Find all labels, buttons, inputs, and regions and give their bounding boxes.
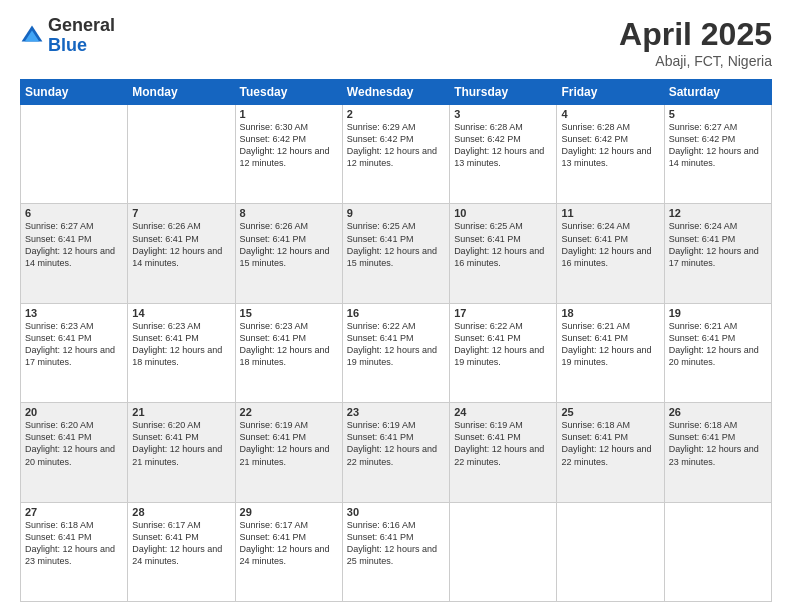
calendar-cell-w4-d7: 26Sunrise: 6:18 AM Sunset: 6:41 PM Dayli… (664, 403, 771, 502)
calendar-cell-w2-d2: 7Sunrise: 6:26 AM Sunset: 6:41 PM Daylig… (128, 204, 235, 303)
day-number: 21 (132, 406, 230, 418)
day-info: Sunrise: 6:26 AM Sunset: 6:41 PM Dayligh… (132, 220, 230, 269)
day-info: Sunrise: 6:16 AM Sunset: 6:41 PM Dayligh… (347, 519, 445, 568)
week-row-3: 13Sunrise: 6:23 AM Sunset: 6:41 PM Dayli… (21, 303, 772, 402)
calendar-cell-w1-d4: 2Sunrise: 6:29 AM Sunset: 6:42 PM Daylig… (342, 105, 449, 204)
calendar-cell-w4-d1: 20Sunrise: 6:20 AM Sunset: 6:41 PM Dayli… (21, 403, 128, 502)
calendar-cell-w4-d4: 23Sunrise: 6:19 AM Sunset: 6:41 PM Dayli… (342, 403, 449, 502)
calendar-cell-w3-d7: 19Sunrise: 6:21 AM Sunset: 6:41 PM Dayli… (664, 303, 771, 402)
calendar-cell-w2-d6: 11Sunrise: 6:24 AM Sunset: 6:41 PM Dayli… (557, 204, 664, 303)
col-wednesday: Wednesday (342, 80, 449, 105)
day-info: Sunrise: 6:24 AM Sunset: 6:41 PM Dayligh… (561, 220, 659, 269)
day-number: 4 (561, 108, 659, 120)
day-number: 30 (347, 506, 445, 518)
day-info: Sunrise: 6:22 AM Sunset: 6:41 PM Dayligh… (347, 320, 445, 369)
day-number: 20 (25, 406, 123, 418)
day-info: Sunrise: 6:27 AM Sunset: 6:42 PM Dayligh… (669, 121, 767, 170)
calendar-cell-w1-d7: 5Sunrise: 6:27 AM Sunset: 6:42 PM Daylig… (664, 105, 771, 204)
day-info: Sunrise: 6:18 AM Sunset: 6:41 PM Dayligh… (669, 419, 767, 468)
day-info: Sunrise: 6:21 AM Sunset: 6:41 PM Dayligh… (561, 320, 659, 369)
day-number: 1 (240, 108, 338, 120)
location: Abaji, FCT, Nigeria (619, 53, 772, 69)
day-info: Sunrise: 6:19 AM Sunset: 6:41 PM Dayligh… (454, 419, 552, 468)
day-info: Sunrise: 6:20 AM Sunset: 6:41 PM Dayligh… (132, 419, 230, 468)
day-info: Sunrise: 6:30 AM Sunset: 6:42 PM Dayligh… (240, 121, 338, 170)
col-tuesday: Tuesday (235, 80, 342, 105)
calendar-cell-w5-d3: 29Sunrise: 6:17 AM Sunset: 6:41 PM Dayli… (235, 502, 342, 601)
day-number: 23 (347, 406, 445, 418)
week-row-5: 27Sunrise: 6:18 AM Sunset: 6:41 PM Dayli… (21, 502, 772, 601)
day-number: 19 (669, 307, 767, 319)
day-info: Sunrise: 6:23 AM Sunset: 6:41 PM Dayligh… (240, 320, 338, 369)
day-info: Sunrise: 6:18 AM Sunset: 6:41 PM Dayligh… (561, 419, 659, 468)
day-info: Sunrise: 6:17 AM Sunset: 6:41 PM Dayligh… (240, 519, 338, 568)
day-info: Sunrise: 6:24 AM Sunset: 6:41 PM Dayligh… (669, 220, 767, 269)
day-info: Sunrise: 6:19 AM Sunset: 6:41 PM Dayligh… (240, 419, 338, 468)
day-number: 18 (561, 307, 659, 319)
logo-blue-text: Blue (48, 35, 87, 55)
calendar-cell-w3-d6: 18Sunrise: 6:21 AM Sunset: 6:41 PM Dayli… (557, 303, 664, 402)
day-info: Sunrise: 6:22 AM Sunset: 6:41 PM Dayligh… (454, 320, 552, 369)
calendar-cell-w5-d4: 30Sunrise: 6:16 AM Sunset: 6:41 PM Dayli… (342, 502, 449, 601)
logo-general-text: General (48, 15, 115, 35)
calendar-cell-w5-d7 (664, 502, 771, 601)
day-number: 16 (347, 307, 445, 319)
day-info: Sunrise: 6:20 AM Sunset: 6:41 PM Dayligh… (25, 419, 123, 468)
calendar-cell-w1-d1 (21, 105, 128, 204)
day-number: 10 (454, 207, 552, 219)
calendar-cell-w1-d3: 1Sunrise: 6:30 AM Sunset: 6:42 PM Daylig… (235, 105, 342, 204)
day-number: 11 (561, 207, 659, 219)
calendar-cell-w2-d4: 9Sunrise: 6:25 AM Sunset: 6:41 PM Daylig… (342, 204, 449, 303)
calendar-cell-w2-d3: 8Sunrise: 6:26 AM Sunset: 6:41 PM Daylig… (235, 204, 342, 303)
calendar-cell-w4-d6: 25Sunrise: 6:18 AM Sunset: 6:41 PM Dayli… (557, 403, 664, 502)
day-number: 7 (132, 207, 230, 219)
calendar-cell-w1-d5: 3Sunrise: 6:28 AM Sunset: 6:42 PM Daylig… (450, 105, 557, 204)
day-number: 24 (454, 406, 552, 418)
calendar-cell-w2-d5: 10Sunrise: 6:25 AM Sunset: 6:41 PM Dayli… (450, 204, 557, 303)
day-number: 3 (454, 108, 552, 120)
day-info: Sunrise: 6:25 AM Sunset: 6:41 PM Dayligh… (347, 220, 445, 269)
day-number: 5 (669, 108, 767, 120)
day-number: 8 (240, 207, 338, 219)
day-info: Sunrise: 6:23 AM Sunset: 6:41 PM Dayligh… (25, 320, 123, 369)
col-saturday: Saturday (664, 80, 771, 105)
month-title: April 2025 (619, 16, 772, 53)
day-number: 14 (132, 307, 230, 319)
day-info: Sunrise: 6:26 AM Sunset: 6:41 PM Dayligh… (240, 220, 338, 269)
day-info: Sunrise: 6:18 AM Sunset: 6:41 PM Dayligh… (25, 519, 123, 568)
day-info: Sunrise: 6:23 AM Sunset: 6:41 PM Dayligh… (132, 320, 230, 369)
calendar-table: Sunday Monday Tuesday Wednesday Thursday… (20, 79, 772, 602)
day-info: Sunrise: 6:28 AM Sunset: 6:42 PM Dayligh… (454, 121, 552, 170)
day-number: 12 (669, 207, 767, 219)
week-row-1: 1Sunrise: 6:30 AM Sunset: 6:42 PM Daylig… (21, 105, 772, 204)
day-info: Sunrise: 6:29 AM Sunset: 6:42 PM Dayligh… (347, 121, 445, 170)
calendar-cell-w2-d7: 12Sunrise: 6:24 AM Sunset: 6:41 PM Dayli… (664, 204, 771, 303)
calendar-cell-w5-d6 (557, 502, 664, 601)
calendar-cell-w1-d2 (128, 105, 235, 204)
calendar-cell-w2-d1: 6Sunrise: 6:27 AM Sunset: 6:41 PM Daylig… (21, 204, 128, 303)
day-info: Sunrise: 6:19 AM Sunset: 6:41 PM Dayligh… (347, 419, 445, 468)
calendar-cell-w5-d1: 27Sunrise: 6:18 AM Sunset: 6:41 PM Dayli… (21, 502, 128, 601)
title-block: April 2025 Abaji, FCT, Nigeria (619, 16, 772, 69)
day-number: 15 (240, 307, 338, 319)
day-number: 27 (25, 506, 123, 518)
day-info: Sunrise: 6:27 AM Sunset: 6:41 PM Dayligh… (25, 220, 123, 269)
calendar-cell-w1-d6: 4Sunrise: 6:28 AM Sunset: 6:42 PM Daylig… (557, 105, 664, 204)
day-info: Sunrise: 6:28 AM Sunset: 6:42 PM Dayligh… (561, 121, 659, 170)
page: General Blue April 2025 Abaji, FCT, Nige… (0, 0, 792, 612)
calendar-cell-w4-d3: 22Sunrise: 6:19 AM Sunset: 6:41 PM Dayli… (235, 403, 342, 502)
calendar-cell-w5-d2: 28Sunrise: 6:17 AM Sunset: 6:41 PM Dayli… (128, 502, 235, 601)
day-info: Sunrise: 6:25 AM Sunset: 6:41 PM Dayligh… (454, 220, 552, 269)
calendar-header-row: Sunday Monday Tuesday Wednesday Thursday… (21, 80, 772, 105)
day-number: 26 (669, 406, 767, 418)
day-number: 25 (561, 406, 659, 418)
col-monday: Monday (128, 80, 235, 105)
logo-icon (20, 24, 44, 48)
week-row-2: 6Sunrise: 6:27 AM Sunset: 6:41 PM Daylig… (21, 204, 772, 303)
col-thursday: Thursday (450, 80, 557, 105)
week-row-4: 20Sunrise: 6:20 AM Sunset: 6:41 PM Dayli… (21, 403, 772, 502)
logo: General Blue (20, 16, 115, 56)
calendar-cell-w3-d4: 16Sunrise: 6:22 AM Sunset: 6:41 PM Dayli… (342, 303, 449, 402)
header: General Blue April 2025 Abaji, FCT, Nige… (20, 16, 772, 69)
day-number: 29 (240, 506, 338, 518)
